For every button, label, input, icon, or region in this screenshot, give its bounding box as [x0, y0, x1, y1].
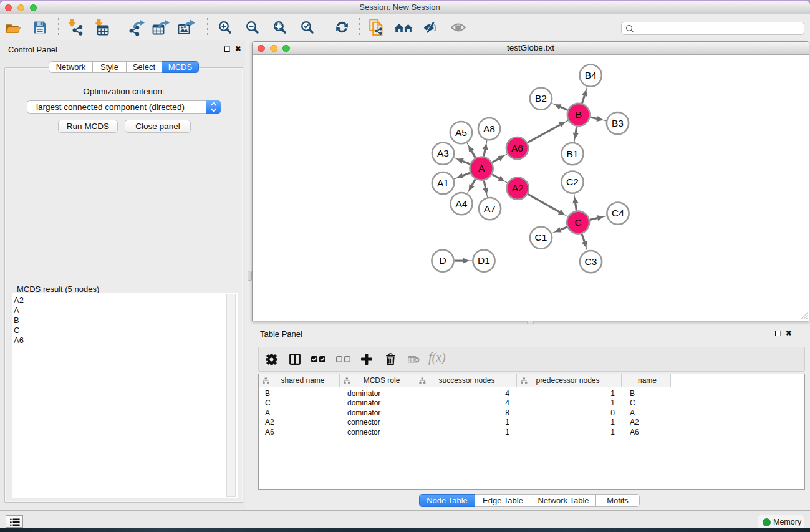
svg-text:A7: A7 — [484, 203, 496, 214]
svg-text:A5: A5 — [455, 127, 467, 138]
svg-text:C3: C3 — [585, 256, 597, 267]
svg-text:B3: B3 — [612, 118, 624, 128]
svg-text:A6: A6 — [511, 143, 523, 153]
svg-text:A8: A8 — [483, 123, 495, 134]
svg-text:B1: B1 — [567, 148, 579, 159]
svg-text:B: B — [576, 109, 582, 120]
svg-text:B4: B4 — [585, 70, 597, 80]
svg-text:A1: A1 — [437, 178, 449, 188]
svg-text:A2: A2 — [512, 183, 524, 193]
svg-text:A3: A3 — [437, 148, 449, 158]
svg-text:A: A — [478, 163, 485, 173]
svg-text:D1: D1 — [478, 255, 490, 266]
svg-text:C4: C4 — [612, 208, 624, 218]
svg-text:C: C — [574, 217, 581, 228]
svg-text:A4: A4 — [456, 198, 468, 209]
svg-text:D: D — [439, 255, 446, 266]
svg-text:B2: B2 — [535, 93, 547, 104]
svg-text:C2: C2 — [566, 177, 579, 187]
svg-text:C1: C1 — [535, 232, 547, 243]
